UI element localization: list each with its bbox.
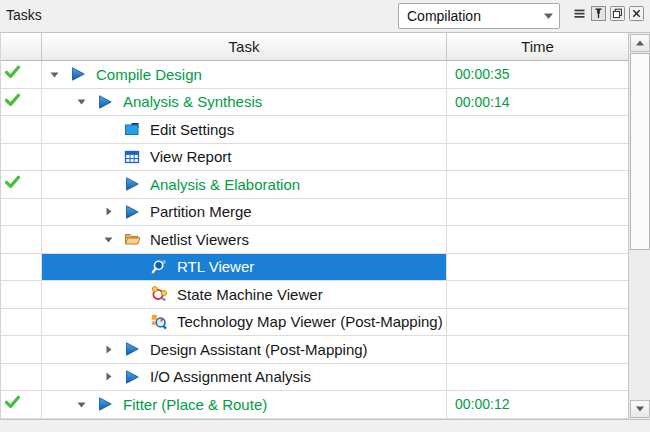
task-label: Analysis & Elaboration	[150, 176, 300, 193]
task-label: Edit Settings	[150, 121, 234, 138]
panel-titlebar: Tasks Compilation	[0, 0, 650, 32]
task-row[interactable]: View Report	[1, 144, 650, 172]
play-icon	[120, 369, 144, 385]
expand-caret-icon[interactable]	[96, 206, 120, 217]
task-row[interactable]: Fitter (Place & Route)00:00:12	[1, 391, 650, 419]
tree-indent	[42, 404, 69, 405]
column-header-status[interactable]	[1, 33, 42, 61]
expand-caret-icon[interactable]	[42, 69, 66, 80]
task-row[interactable]: State Machine Viewer	[1, 281, 650, 309]
status-cell	[1, 171, 42, 198]
panel-title: Tasks	[6, 7, 42, 23]
task-cell[interactable]: Netlist Viewers	[42, 226, 447, 253]
check-icon	[4, 174, 21, 194]
status-cell	[1, 144, 42, 171]
scroll-up-icon[interactable]	[630, 34, 650, 52]
time-cell	[447, 281, 629, 308]
task-row[interactable]: I/O Assignment Analysis	[1, 364, 650, 392]
task-cell[interactable]: Analysis & Synthesis	[42, 89, 447, 116]
scrollbar-thumb[interactable]	[630, 53, 650, 250]
status-cell	[1, 309, 42, 336]
play-icon	[66, 66, 90, 82]
close-icon[interactable]	[628, 5, 644, 21]
expand-caret-icon[interactable]	[96, 344, 120, 355]
status-cell	[1, 336, 42, 363]
expand-caret-icon[interactable]	[69, 96, 93, 107]
time-cell	[447, 199, 629, 226]
play-icon	[120, 341, 144, 357]
time-cell: 00:00:12	[447, 391, 629, 418]
task-row[interactable]: RTL Viewer	[1, 254, 650, 282]
play-icon	[93, 396, 117, 412]
column-header-task[interactable]: Task	[42, 33, 447, 61]
tree-indent	[42, 239, 96, 240]
time-cell	[447, 309, 629, 336]
task-cell[interactable]: State Machine Viewer	[42, 281, 447, 308]
state-machine-viewer-icon	[147, 286, 171, 302]
task-cell[interactable]: Partition Merge	[42, 199, 447, 226]
task-row[interactable]: Netlist Viewers	[1, 226, 650, 254]
tasks-table: Task Time Compile Design00:00:35Analysis…	[0, 32, 650, 420]
status-cell	[1, 391, 42, 418]
technology-map-viewer-icon	[147, 314, 171, 330]
task-row[interactable]: Technology Map Viewer (Post-Mapping)	[1, 309, 650, 337]
expand-caret-icon[interactable]	[96, 234, 120, 245]
task-cell[interactable]: Compile Design	[42, 61, 447, 88]
vertical-scrollbar[interactable]	[628, 33, 650, 419]
task-row[interactable]: Partition Merge	[1, 199, 650, 227]
task-row[interactable]: Design Assistant (Post-Mapping)	[1, 336, 650, 364]
check-icon	[4, 92, 21, 112]
status-cell	[1, 364, 42, 391]
time-cell	[447, 254, 629, 281]
column-header-time[interactable]: Time	[447, 33, 629, 61]
time-cell	[447, 336, 629, 363]
status-cell	[1, 61, 42, 88]
status-cell	[1, 199, 42, 226]
menu-icon[interactable]	[571, 5, 587, 21]
task-label: View Report	[150, 148, 231, 165]
task-cell[interactable]: Design Assistant (Post-Mapping)	[42, 336, 447, 363]
scroll-down-icon[interactable]	[630, 400, 650, 418]
time-cell	[447, 144, 629, 171]
chevron-down-icon	[537, 12, 559, 20]
task-label: Partition Merge	[150, 203, 252, 220]
task-label: I/O Assignment Analysis	[150, 368, 311, 385]
task-cell[interactable]: RTL Viewer	[42, 254, 447, 281]
task-label: Analysis & Synthesis	[123, 93, 262, 110]
tree-indent	[42, 321, 123, 322]
status-cell	[1, 116, 42, 143]
check-icon	[4, 64, 21, 84]
tree-indent	[42, 376, 96, 377]
expand-caret-icon[interactable]	[69, 399, 93, 410]
task-cell[interactable]: Edit Settings	[42, 116, 447, 143]
task-row[interactable]: Compile Design00:00:35	[1, 61, 650, 89]
task-row[interactable]: Analysis & Synthesis00:00:14	[1, 89, 650, 117]
task-row[interactable]: Edit Settings	[1, 116, 650, 144]
task-label: Compile Design	[96, 66, 202, 83]
task-cell[interactable]: Technology Map Viewer (Post-Mapping)	[42, 309, 447, 336]
task-cell[interactable]: Fitter (Place & Route)	[42, 391, 447, 418]
play-icon	[120, 176, 144, 192]
tree-indent	[42, 156, 96, 157]
status-cell	[1, 226, 42, 253]
float-window-icon[interactable]	[609, 5, 625, 21]
expand-caret-icon[interactable]	[96, 371, 120, 382]
edit-settings-icon	[120, 121, 144, 137]
flow-selector[interactable]: Compilation	[398, 3, 560, 29]
rtl-viewer-icon	[147, 259, 171, 275]
status-cell	[1, 254, 42, 281]
task-row[interactable]: Analysis & Elaboration	[1, 171, 650, 199]
task-label: Fitter (Place & Route)	[123, 396, 267, 413]
task-cell[interactable]: Analysis & Elaboration	[42, 171, 447, 198]
folder-icon	[120, 231, 144, 247]
task-cell[interactable]: View Report	[42, 144, 447, 171]
tree-indent	[42, 349, 96, 350]
task-cell[interactable]: I/O Assignment Analysis	[42, 364, 447, 391]
time-cell	[447, 171, 629, 198]
pin-icon[interactable]	[590, 5, 606, 21]
flow-selector-value: Compilation	[399, 8, 537, 24]
status-cell	[1, 89, 42, 116]
check-icon	[4, 394, 21, 414]
time-cell: 00:00:35	[447, 61, 629, 88]
status-cell	[1, 281, 42, 308]
